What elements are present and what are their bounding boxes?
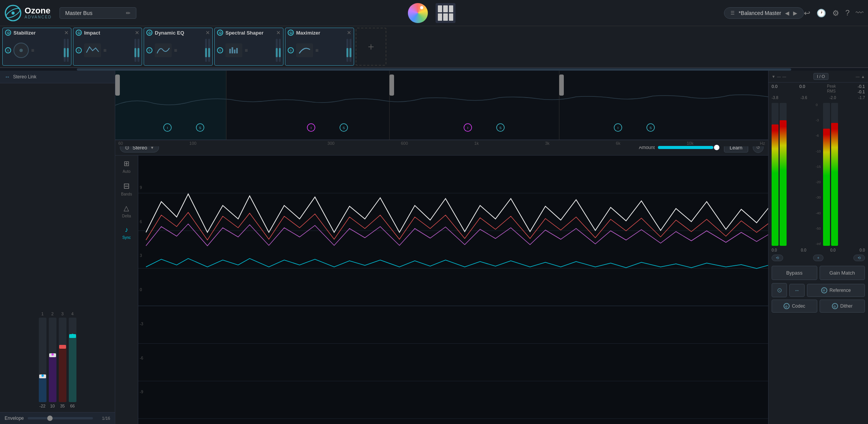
module-slider[interactable] xyxy=(134,39,136,62)
module-power-button[interactable]: ⏻ xyxy=(288,30,294,36)
solo-badge[interactable]: S xyxy=(217,47,223,53)
module-slider[interactable] xyxy=(276,39,278,62)
meter-toggle-4[interactable]: ▲ xyxy=(861,75,865,79)
scale-ninf: -Inf xyxy=(816,242,821,246)
module-power-button[interactable]: ⏻ xyxy=(146,30,152,36)
module-spectral-shaper[interactable]: ⏻ Spectral Shaper ✕ S ≡ xyxy=(214,28,283,66)
meter-toggle-1[interactable]: — xyxy=(777,75,781,79)
solo-badge[interactable]: S xyxy=(76,47,82,53)
preset-nav-name: *Balanced Master xyxy=(739,10,781,16)
edit-preset-button[interactable]: ✏ xyxy=(126,10,131,16)
meter-link-right-button[interactable]: ⟲ xyxy=(853,255,865,261)
module-power-button[interactable]: ⏻ xyxy=(217,30,223,36)
chart-container: 9 6 3 0 -3 -6 -9 xyxy=(138,156,768,424)
module-close-impact[interactable]: ✕ xyxy=(135,30,139,36)
solo-badge[interactable]: S xyxy=(5,47,11,53)
nav-next-button[interactable]: ▶ xyxy=(793,10,797,16)
codec-button[interactable]: ⏻ Codec xyxy=(772,300,817,313)
module-scrollbar[interactable] xyxy=(0,68,868,71)
module-stabilizer[interactable]: ⏻ Stabilizer ✕ S ⊗ ≡ xyxy=(2,28,71,66)
module-slider[interactable] xyxy=(208,39,210,62)
meter-dropdown-icon[interactable]: ▼ xyxy=(772,75,775,79)
module-slider[interactable] xyxy=(350,39,351,62)
sync-button[interactable]: ♪ Sync xyxy=(122,226,131,240)
dither-label: Dither xyxy=(840,303,853,309)
side-controls: ⊞ Auto ⊟ Bands △ Delta ♪ Sync xyxy=(115,156,138,424)
module-slider[interactable] xyxy=(279,39,281,62)
bypass-button[interactable]: Bypass xyxy=(772,266,817,280)
band-4-fill xyxy=(69,336,76,402)
solo-badge[interactable]: S xyxy=(288,47,294,53)
envelope-thumb[interactable] xyxy=(47,416,53,421)
module-slider[interactable] xyxy=(64,39,66,62)
add-module-button[interactable]: + xyxy=(356,28,386,66)
lines-icon[interactable]: ≡ xyxy=(315,47,318,53)
lines-icon[interactable]: ≡ xyxy=(31,47,34,53)
module-sliders xyxy=(64,39,69,62)
audio-activity-button[interactable]: 〰 xyxy=(856,8,863,17)
codec-label: Codec xyxy=(792,303,805,309)
preset-bar[interactable]: Master Bus ✏ xyxy=(60,7,136,19)
auto-button[interactable]: ⊞ Auto xyxy=(123,159,131,174)
band-2-fader[interactable] xyxy=(49,318,56,402)
lines-icon[interactable]: ≡ xyxy=(245,47,248,53)
envelope-slider[interactable] xyxy=(28,417,93,419)
peak-in-val: -0.1 xyxy=(858,84,865,89)
module-maximizer[interactable]: ⏻ Maximizer ✕ S ≡ xyxy=(285,28,354,66)
meter-fill-r1 xyxy=(823,129,830,246)
meter-toggle-2[interactable]: — xyxy=(782,75,786,79)
y-label-n6: -6 xyxy=(140,356,143,360)
settings-button[interactable]: ⚙ xyxy=(832,8,839,18)
modules-grid-icon[interactable] xyxy=(436,3,456,23)
band-4-fader[interactable] xyxy=(69,318,76,402)
color-wheel-icon[interactable] xyxy=(408,3,428,23)
meter-bottom-val-3: 0.0 xyxy=(830,248,836,252)
arrows-button[interactable]: ↔ xyxy=(789,284,805,297)
amount-fill xyxy=(658,146,713,149)
undo-button[interactable]: ↩ xyxy=(804,8,810,18)
meter-toggle-3[interactable]: — xyxy=(856,75,860,79)
hz-label-60: 60 xyxy=(118,141,123,146)
bands-button[interactable]: ⊟ Bands xyxy=(121,181,132,196)
meter-plus-button[interactable]: + xyxy=(813,255,824,261)
stereo-circle-button[interactable]: ⊙ xyxy=(772,283,787,297)
module-impact[interactable]: ⏻ Impact ✕ S ≡ xyxy=(73,28,142,66)
module-close-maximizer[interactable]: ✕ xyxy=(347,30,351,36)
band-4-column: 4 66 xyxy=(69,311,76,408)
hz-label-600: 600 xyxy=(401,141,408,146)
gain-match-button[interactable]: Gain Match xyxy=(820,266,865,280)
lines-icon[interactable]: ≡ xyxy=(103,47,106,53)
dither-button[interactable]: ⏻ Dither xyxy=(820,300,865,313)
solo-badge[interactable]: S xyxy=(146,47,152,53)
meter-link-left-button[interactable]: ⟲ xyxy=(772,255,783,261)
impact-icon xyxy=(86,45,99,56)
nav-prev-button[interactable]: ◀ xyxy=(785,10,789,16)
preset-nav[interactable]: ☰ *Balanced Master ◀ ▶ xyxy=(724,7,804,19)
stereo-link-bar[interactable]: ↔ Stereo Link xyxy=(0,71,115,83)
delta-button[interactable]: △ Delta xyxy=(122,204,131,218)
bands-label: Bands xyxy=(121,192,132,196)
module-close-stabilizer[interactable]: ✕ xyxy=(64,30,69,36)
module-slider[interactable] xyxy=(205,39,207,62)
help-button[interactable]: ? xyxy=(845,8,850,17)
module-slider[interactable] xyxy=(137,39,139,62)
meter-fill-l1 xyxy=(772,124,779,246)
scale-n3: -3 xyxy=(816,118,821,122)
reference-button[interactable]: ⏻ Reference xyxy=(807,284,865,297)
module-power-button[interactable]: ⏻ xyxy=(5,30,11,36)
module-close-spectral-shaper[interactable]: ✕ xyxy=(276,30,281,36)
amount-thumb[interactable] xyxy=(714,145,719,150)
history-button[interactable]: 🕐 xyxy=(817,8,826,18)
lines-icon[interactable]: ≡ xyxy=(174,47,177,53)
module-slider[interactable] xyxy=(346,39,348,62)
band-1-fader[interactable] xyxy=(39,318,46,402)
y-label-3: 3 xyxy=(140,253,143,258)
module-slider[interactable] xyxy=(67,39,69,62)
module-close-dynamic-eq[interactable]: ✕ xyxy=(205,30,210,36)
amount-slider[interactable] xyxy=(658,146,719,149)
module-title-maximizer: Maximizer xyxy=(296,30,347,36)
module-dynamic-eq[interactable]: ⏻ Dynamic EQ ✕ S ≡ xyxy=(144,28,213,66)
svg-rect-3 xyxy=(229,49,231,53)
band-3-fader[interactable] xyxy=(59,318,66,402)
module-power-button[interactable]: ⏻ xyxy=(76,30,82,36)
